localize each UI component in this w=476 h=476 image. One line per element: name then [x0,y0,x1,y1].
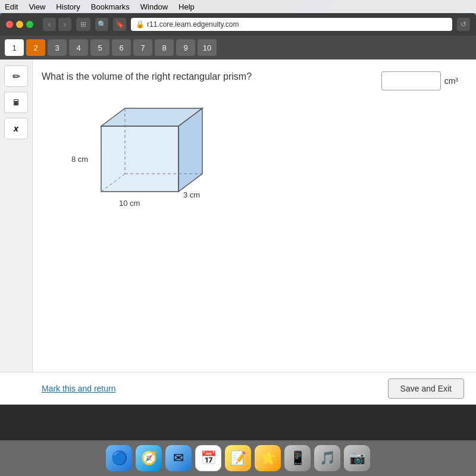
q-tab-2[interactable]: 2 [26,39,45,56]
height-label: 8 cm [71,155,88,164]
length-label: 10 cm [119,199,140,208]
back-button[interactable]: ‹ [43,18,56,31]
q-tab-1[interactable]: 1 [5,39,24,56]
menu-history[interactable]: History [56,2,80,11]
dock-finder[interactable]: 🔵 [106,445,132,471]
q-tab-9[interactable]: 9 [176,39,195,56]
prism-svg [65,102,220,221]
dock-mail[interactable]: ✉ [165,445,192,471]
width-label: 3 cm [183,190,200,199]
prism-diagram: 8 cm 10 cm 3 cm [65,102,220,221]
q-tab-3[interactable]: 3 [48,39,67,56]
q-tab-6[interactable]: 6 [112,39,131,56]
address-bar[interactable]: 🔒 r11.core.learn.edgenuity.com [131,18,452,31]
menu-edit[interactable]: Edit [5,2,18,11]
menubar: Edit View History Bookmarks Window Help [0,0,476,13]
svg-marker-0 [101,126,178,192]
minimize-button[interactable] [16,21,23,28]
q-tab-4[interactable]: 4 [69,39,88,56]
question-text: What is the volume of the right rectangu… [42,71,252,82]
question-tabs: 1 2 3 4 5 6 7 8 9 10 [0,36,476,60]
close-button[interactable] [6,21,13,28]
calculator-tool[interactable]: 🖩 [4,92,28,113]
menu-view[interactable]: View [29,2,45,11]
maximize-button[interactable] [26,21,33,28]
dock-calendar[interactable]: 📅 [195,445,221,471]
menu-window[interactable]: Window [140,2,168,11]
forward-button[interactable]: › [58,18,71,31]
tab-button[interactable]: ⊞ [76,18,90,31]
search-button[interactable]: 🔍 [95,18,108,31]
content-area: ✏ 🖩 x What is the volume of the right re… [0,60,476,405]
menu-help[interactable]: Help [178,2,195,11]
browser-window: ‹ › ⊞ 🔍 🔖 🔒 r11.core.learn.edgenuity.com… [0,13,476,476]
dock-notes[interactable]: 📝 [225,445,251,471]
address-text: r11.core.learn.edgenuity.com [147,20,239,29]
dock-app-3[interactable]: 📷 [344,445,370,471]
browser-chrome: ‹ › ⊞ 🔍 🔖 🔒 r11.core.learn.edgenuity.com… [0,13,476,36]
q-tab-5[interactable]: 5 [90,39,109,56]
unit-label: cm³ [444,76,458,86]
formula-tool[interactable]: x [4,118,28,139]
dock-app-1[interactable]: 📱 [284,445,311,471]
question-header: What is the volume of the right rectangu… [42,71,458,90]
left-tools: ✏ 🖩 x [0,60,33,405]
save-exit-button[interactable]: Save and Exit [388,378,464,399]
menu-bookmarks[interactable]: Bookmarks [91,2,130,11]
bookmark-button[interactable]: 🔖 [113,18,126,31]
dock-star[interactable]: ⭐ [255,445,281,471]
q-tab-8[interactable]: 8 [155,39,174,56]
bottom-bar: Mark this and return Save and Exit [0,372,476,405]
dock: 🔵 🧭 ✉ 📅 📝 ⭐ 📱 🎵 📷 [0,440,476,476]
answer-input[interactable] [381,71,441,90]
traffic-lights [6,21,33,28]
lock-icon: 🔒 [136,20,145,29]
q-tab-7[interactable]: 7 [133,39,152,56]
dock-app-2[interactable]: 🎵 [314,445,340,471]
pencil-tool[interactable]: ✏ [4,65,28,87]
q-tab-10[interactable]: 10 [198,39,217,56]
answer-box-container: cm³ [381,71,458,90]
refresh-button[interactable]: ↺ [457,18,470,31]
mark-return-link[interactable]: Mark this and return [42,384,116,393]
dock-safari[interactable]: 🧭 [136,445,162,471]
